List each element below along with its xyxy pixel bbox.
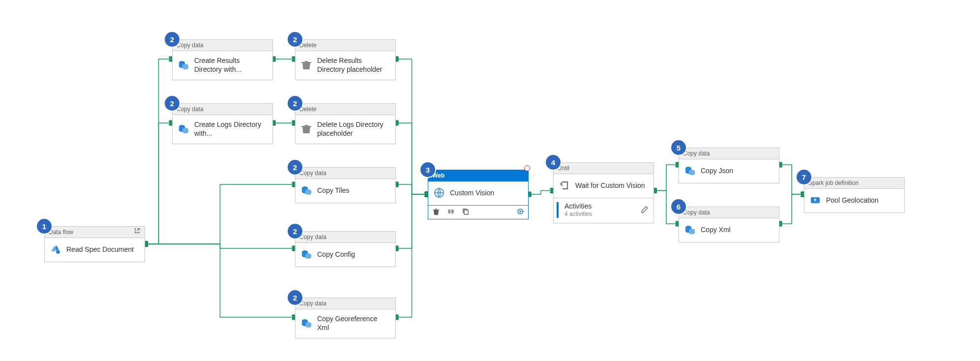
activity-type: Copy data <box>177 104 204 115</box>
copydata-icon <box>684 165 696 177</box>
activity-type: Copy data <box>683 207 710 218</box>
activity-title: Custom Vision <box>450 188 494 197</box>
toolbar-copy-icon[interactable] <box>462 208 470 217</box>
copydata-icon <box>300 317 312 329</box>
activity-wait-for-cv[interactable]: Until Wait for Custom Vision Activities … <box>553 162 654 223</box>
activity-copy-xml[interactable]: Copy data Copy Xml <box>679 207 779 242</box>
activity-title: Pool Geolocation <box>826 196 879 205</box>
dataflow-icon <box>50 243 61 255</box>
activity-type: Spark job definition <box>808 178 859 188</box>
badge-7: 7 <box>797 170 811 184</box>
badge-2e: 2 <box>288 160 302 175</box>
activity-copy-georef[interactable]: Copy data Copy Georeference Xml <box>295 298 396 338</box>
copydata-icon <box>684 224 696 236</box>
svg-rect-37 <box>304 64 305 68</box>
activity-create-results[interactable]: Copy data Create Results Directory with.… <box>172 39 273 80</box>
svg-rect-52 <box>464 210 468 214</box>
activity-type: Copy data <box>683 148 710 159</box>
toolbar-code-icon[interactable] <box>447 208 455 217</box>
open-external-icon[interactable] <box>134 227 141 238</box>
sub-label: Activities <box>564 202 592 210</box>
copydata-icon <box>300 184 312 196</box>
activity-delete-results[interactable]: Delete Delete Results Directory placehol… <box>295 39 396 80</box>
activity-type: Copy data <box>299 232 327 242</box>
svg-rect-39 <box>308 64 309 68</box>
activity-custom-vision[interactable]: Web Custom Vision <box>428 170 529 219</box>
activity-delete-logs[interactable]: Delete Delete Logs Directory placeholder <box>295 103 396 144</box>
badge-2b: 2 <box>288 32 302 47</box>
activity-title: Copy Json <box>701 166 733 175</box>
svg-rect-38 <box>306 64 307 68</box>
badge-3: 3 <box>420 162 435 177</box>
activity-copy-json[interactable]: Copy data Copy Json <box>679 148 779 183</box>
activity-type: Copy data <box>299 168 327 179</box>
activity-copy-config[interactable]: Copy data Copy Config <box>295 231 396 267</box>
activity-title: Create Results Directory with... <box>194 56 267 74</box>
web-icon <box>433 187 445 199</box>
badge-2g: 2 <box>288 290 302 305</box>
copydata-icon <box>178 123 189 135</box>
svg-rect-43 <box>306 128 307 132</box>
badge-4: 4 <box>546 155 561 170</box>
svg-point-34 <box>56 250 60 254</box>
svg-rect-42 <box>304 128 305 132</box>
sub-count: 4 activities <box>564 210 592 218</box>
activity-title: Wait for Custom Vision <box>575 181 645 190</box>
spark-icon <box>809 194 821 206</box>
edit-icon[interactable] <box>641 206 649 215</box>
activity-type: Copy data <box>177 40 204 51</box>
delete-icon <box>300 123 312 135</box>
activity-title: Copy Config <box>317 250 355 259</box>
activities-expander[interactable]: Activities 4 activities <box>554 198 653 223</box>
activity-read-spec[interactable]: Data flow Read Spec Document <box>44 226 145 262</box>
status-error-icon <box>524 165 530 171</box>
activity-title: Delete Logs Directory placeholder <box>317 120 390 138</box>
badge-1: 1 <box>37 219 52 234</box>
activity-create-logs[interactable]: Copy data Create Logs Directory with... <box>172 103 273 144</box>
toolbar-add-output-icon[interactable] <box>516 208 524 217</box>
activity-title: Copy Georeference Xml <box>317 314 390 332</box>
badge-2a: 2 <box>165 32 179 47</box>
activity-pool-geo[interactable]: Spark job definition Pool Geolocation <box>804 177 905 213</box>
badge-2f: 2 <box>288 224 302 239</box>
activity-type: Copy data <box>299 298 327 309</box>
activity-title: Create Logs Directory with... <box>194 120 267 138</box>
activity-copy-tiles[interactable]: Copy data Copy Tiles <box>295 167 396 203</box>
toolbar-delete-icon[interactable] <box>432 208 440 217</box>
activity-title: Copy Tiles <box>317 186 349 195</box>
activity-type: Data flow <box>49 227 73 238</box>
until-icon <box>559 180 570 191</box>
badge-2d: 2 <box>288 96 302 111</box>
activity-title: Read Spec Document <box>66 245 134 254</box>
svg-rect-44 <box>308 128 309 132</box>
copydata-icon <box>300 248 312 260</box>
pipeline-canvas[interactable]: Data flow Read Spec Document 1 Copy data… <box>0 0 980 361</box>
copydata-icon <box>178 59 189 71</box>
activity-title: Copy Xml <box>701 225 731 234</box>
activity-title: Delete Results Directory placeholder <box>317 56 390 74</box>
badge-6: 6 <box>671 199 686 214</box>
delete-icon <box>300 59 312 71</box>
badge-2c: 2 <box>165 96 179 111</box>
badge-5: 5 <box>671 140 686 155</box>
